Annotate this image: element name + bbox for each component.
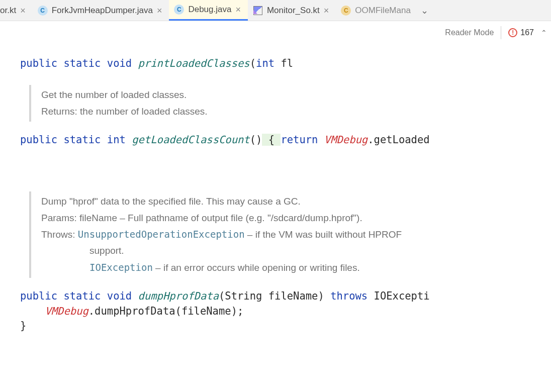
class-icon <box>341 6 351 16</box>
separator <box>501 26 501 39</box>
tab-item-debug[interactable]: Debug.java × <box>169 0 248 21</box>
doc-line: support. <box>41 243 547 259</box>
doc-exception: IOException <box>89 262 153 273</box>
close-icon[interactable]: × <box>235 5 241 14</box>
code-line: public static void dumpHprofData(String … <box>20 290 430 302</box>
tab-item-oomfile[interactable]: OOMFileMana <box>336 0 418 21</box>
javadoc-block: Dump "hprof" data to the specified file.… <box>29 191 547 277</box>
code-line: } <box>20 320 26 332</box>
doc-exception: UnsupportedOperationException <box>78 229 245 240</box>
reader-mode-label[interactable]: Reader Mode <box>445 28 494 37</box>
tab-item-forkjvm[interactable]: ForkJvmHeapDumper.java × <box>33 0 169 21</box>
editor[interactable]: Reader Mode 167 ⌃ public static void pri… <box>0 21 551 349</box>
code-area[interactable]: public static void printLoadedClasses(in… <box>0 21 551 349</box>
tab-label: Monitor_So.kt <box>267 6 320 16</box>
code-line: VMDebug.dumpHprofData(fileName); <box>20 305 243 317</box>
chevron-up-icon[interactable]: ⌃ <box>541 29 547 37</box>
class-icon <box>38 6 48 16</box>
error-indicator[interactable]: 167 <box>508 28 534 37</box>
kotlin-icon <box>253 6 263 16</box>
error-icon <box>508 28 517 37</box>
close-icon[interactable]: × <box>324 6 329 15</box>
code-line: public static int getLoadedClassCount() … <box>20 134 430 146</box>
doc-params-label: Params: <box>41 213 77 223</box>
tab-item-or[interactable]: or.kt × <box>0 0 33 21</box>
editor-toolbar: Reader Mode 167 ⌃ <box>445 26 551 39</box>
tab-label: Debug.java <box>188 5 231 15</box>
code-line: public static void printLoadedClasses(in… <box>20 57 293 69</box>
doc-line: Dump "hprof" data to the specified file.… <box>41 196 301 207</box>
chevron-down-icon[interactable]: ⌄ <box>418 5 431 16</box>
close-icon[interactable]: × <box>157 6 162 15</box>
tab-label: or.kt <box>0 6 16 16</box>
tab-bar: or.kt × ForkJvmHeapDumper.java × Debug.j… <box>0 0 551 21</box>
close-icon[interactable]: × <box>20 6 26 15</box>
tab-label: ForkJvmHeapDumper.java <box>52 6 153 16</box>
doc-line: Returns: the number of loaded classes. <box>41 106 208 117</box>
doc-throws-label: Throws: <box>41 229 75 240</box>
javadoc-block: Get the number of loaded classes. Return… <box>29 85 547 122</box>
error-count: 167 <box>520 28 534 37</box>
tab-label: OOMFileMana <box>355 6 411 16</box>
class-icon <box>174 5 184 15</box>
doc-line: Get the number of loaded classes. <box>41 89 187 100</box>
tab-item-monitor[interactable]: Monitor_So.kt × <box>248 0 336 21</box>
